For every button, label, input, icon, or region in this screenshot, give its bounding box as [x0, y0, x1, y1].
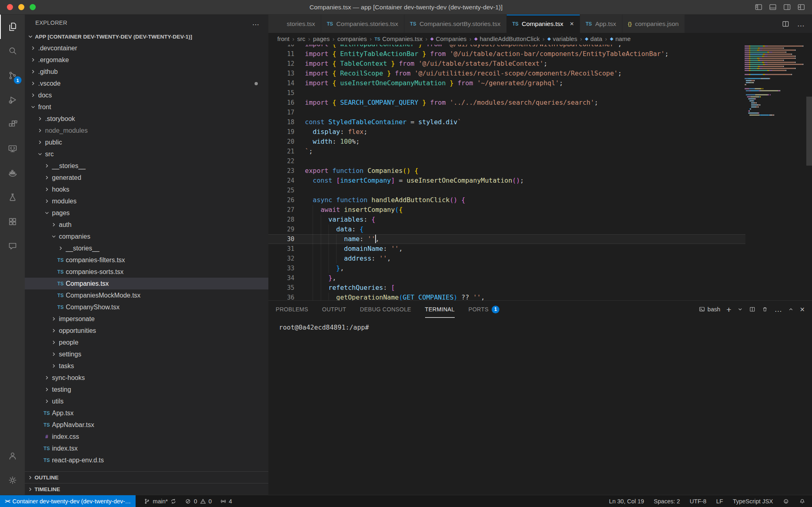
maximize-panel-icon[interactable] [788, 306, 794, 312]
breadcrumb-item-companies[interactable]: ◆Companies [430, 35, 466, 42]
customize-layout-icon[interactable] [797, 3, 806, 11]
tree-item-sync-hooks[interactable]: sync-hooks [25, 372, 268, 384]
more-actions-icon[interactable]: … [797, 19, 805, 28]
tree-item-front[interactable]: front [25, 101, 268, 113]
close-panel-icon[interactable]: × [800, 305, 805, 313]
tree-item--ergomake[interactable]: .ergomake [25, 54, 268, 66]
tree-item-companies-filters-tsx[interactable]: TScompanies-filters.tsx [25, 254, 268, 266]
code-line-34[interactable]: 34 }, [268, 273, 745, 283]
new-terminal-icon[interactable]: + [726, 305, 731, 314]
language-mode-indicator[interactable]: TypeScript JSX [733, 498, 773, 505]
tree-item-app-tsx[interactable]: TSApp.tsx [25, 407, 268, 419]
code-editor[interactable]: 10import { WithTopBarContainer } from '@… [268, 45, 812, 300]
activity-bar-item-accounts[interactable] [0, 444, 25, 468]
tab-companies-stories-tsx[interactable]: TSCompanies.stories.tsx [321, 15, 404, 33]
code-line-30[interactable]: 30 name: '', [268, 234, 745, 244]
tree-item--stories-[interactable]: __stories__ [25, 160, 268, 172]
shell-selector[interactable]: bash [699, 306, 720, 313]
tree-item-companies[interactable]: companies [25, 231, 268, 242]
feedback-icon[interactable] [783, 498, 789, 505]
tree-item--vscode[interactable]: .vscode [25, 78, 268, 89]
tree-item-src[interactable]: src [25, 148, 268, 160]
tree-item-settings[interactable]: settings [25, 348, 268, 360]
activity-bar-item-infrastructure[interactable] [0, 209, 25, 234]
activity-bar-item-settings[interactable] [0, 468, 25, 492]
tree-item-utils[interactable]: utils [25, 395, 268, 407]
breadcrumb-item-front[interactable]: front [277, 35, 289, 42]
tree-item-auth[interactable]: auth [25, 219, 268, 231]
panel-tab-problems[interactable]: PROBLEMS [276, 301, 308, 318]
tree-item-tasks[interactable]: tasks [25, 360, 268, 372]
code-line-13[interactable]: 13import { RecoilScope } from '@/ui/util… [268, 69, 745, 78]
split-terminal-icon[interactable] [749, 306, 756, 313]
tree-item-companiesmockmode-tsx[interactable]: TSCompaniesMockMode.tsx [25, 289, 268, 301]
tab-stories-tsx[interactable]: stories.tsx [268, 15, 321, 33]
tree-item--devcontainer[interactable]: .devcontainer [25, 42, 268, 54]
sidebar-section-outline[interactable]: OUTLINE [25, 471, 268, 483]
close-tab-icon[interactable]: × [570, 20, 574, 27]
activity-bar-item-docker[interactable] [0, 161, 25, 185]
tree-item--stories-[interactable]: __stories__ [25, 242, 268, 254]
minimize-window-button[interactable] [18, 4, 24, 10]
toggle-panel-icon[interactable] [769, 3, 777, 11]
workspace-section-header[interactable]: APP [CONTAINER DEV-TWENTY-DEV (DEV-TWENT… [25, 31, 268, 42]
minimap[interactable] [745, 45, 806, 117]
tree-item-index-tsx[interactable]: TSindex.tsx [25, 442, 268, 454]
code-line-31[interactable]: 31 domainName: '', [268, 244, 745, 254]
tree-item-public[interactable]: public [25, 136, 268, 148]
breadcrumb-item-variables[interactable]: ◆variables [547, 35, 577, 42]
activity-bar-item-comments[interactable] [0, 234, 25, 258]
panel-tab-output[interactable]: OUTPUT [322, 301, 346, 318]
code-line-20[interactable]: 20 width: 100%; [268, 137, 745, 147]
tree-item-impersonate[interactable]: impersonate [25, 313, 268, 325]
tree-item-appnavbar-tsx[interactable]: TSAppNavbar.tsx [25, 419, 268, 431]
panel-more-icon[interactable]: … [774, 305, 782, 314]
code-line-24[interactable]: 24 const [insertCompany] = useInsertOneC… [268, 176, 745, 186]
tree-item-node-modules[interactable]: node_modules [25, 125, 268, 136]
activity-bar-item-remote-explorer[interactable] [0, 136, 25, 161]
tree-item-companies-sorts-tsx[interactable]: TScompanies-sorts.tsx [25, 266, 268, 278]
code-line-12[interactable]: 12import { TableContext } from '@/ui/tab… [268, 59, 745, 69]
problems-indicator[interactable]: 0 0 [185, 495, 212, 507]
toggle-secondary-sidebar-icon[interactable] [783, 3, 791, 11]
encoding-indicator[interactable]: UTF-8 [690, 498, 706, 505]
kill-terminal-icon[interactable] [762, 306, 768, 313]
tree-item-people[interactable]: people [25, 337, 268, 348]
breadcrumb-item-pages[interactable]: pages [313, 35, 330, 42]
code-line-35[interactable]: 35 refetchQueries: [ [268, 283, 745, 293]
tree-item--storybook[interactable]: .storybook [25, 113, 268, 125]
tree-item-react-app-env-d-ts[interactable]: TSreact-app-env.d.ts [25, 454, 268, 466]
code-line-29[interactable]: 29 data: { [268, 224, 745, 234]
sidebar-section-timeline[interactable]: TIMELINE [25, 483, 268, 495]
tree-item--github[interactable]: .github [25, 66, 268, 78]
tab-companies-sortby-stories-tsx[interactable]: TSCompanies.sortBy.stories.tsx [404, 15, 507, 33]
code-line-16[interactable]: 16import { SEARCH_COMPANY_QUERY } from '… [268, 98, 745, 108]
activity-bar-item-extensions[interactable] [0, 112, 25, 136]
tree-item-opportunities[interactable]: opportunities [25, 325, 268, 337]
code-line-33[interactable]: 33 }, [268, 263, 745, 273]
breadcrumb-item-companies-tsx[interactable]: TSCompanies.tsx [374, 35, 422, 42]
tree-item-modules[interactable]: modules [25, 195, 268, 207]
tree-item-docs[interactable]: docs [25, 89, 268, 101]
activity-bar-item-source-control[interactable]: 1 [0, 63, 25, 88]
explorer-more-actions-icon[interactable]: … [252, 19, 259, 27]
tree-item-generated[interactable]: generated [25, 172, 268, 183]
eol-indicator[interactable]: LF [716, 498, 723, 505]
breadcrumb-item-src[interactable]: src [297, 35, 305, 42]
code-line-27[interactable]: 27 await insertCompany({ [268, 205, 745, 215]
git-branch-indicator[interactable]: main* [144, 495, 177, 507]
zoom-window-button[interactable] [30, 4, 36, 10]
code-line-25[interactable]: 25 [268, 186, 745, 195]
activity-bar-item-search[interactable] [0, 39, 25, 63]
remote-indicator[interactable]: >< Container dev-twenty-dev (dev-twenty-… [0, 495, 136, 507]
tree-item-hooks[interactable]: hooks [25, 183, 268, 195]
code-line-26[interactable]: 26 async function handleAddButtonClick()… [268, 195, 745, 205]
code-line-28[interactable]: 28 variables: { [268, 215, 745, 224]
tree-item-companyshow-tsx[interactable]: TSCompanyShow.tsx [25, 301, 268, 313]
notifications-bell-icon[interactable] [799, 498, 806, 505]
code-line-19[interactable]: 19 display: flex; [268, 127, 745, 137]
tree-item-companies-tsx[interactable]: TSCompanies.tsx [25, 278, 268, 289]
code-line-14[interactable]: 14import { useInsertOneCompanyMutation }… [268, 78, 745, 88]
code-line-17[interactable]: 17 [268, 108, 745, 117]
tree-item-pages[interactable]: pages [25, 207, 268, 219]
